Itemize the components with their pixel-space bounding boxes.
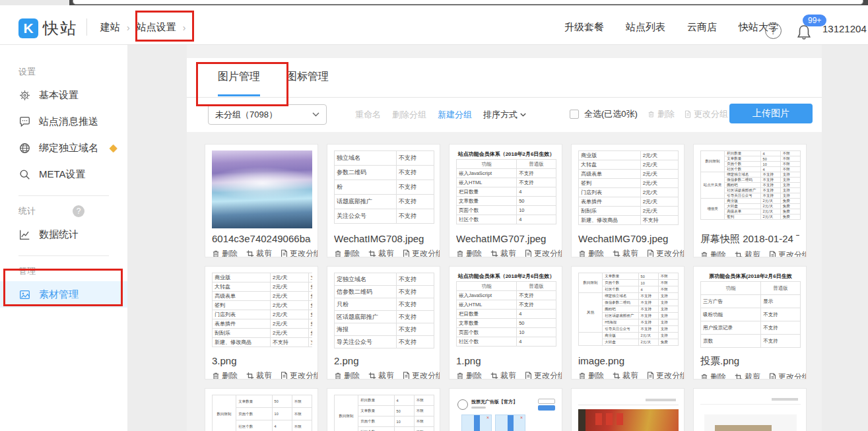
crop-icon (368, 249, 376, 257)
account-phone-number[interactable]: 13121204 (822, 23, 867, 34)
nav-cloud-store[interactable]: 云商店 (687, 21, 717, 34)
card-crop-button[interactable]: 裁剪 (735, 372, 760, 380)
card-change-group-button[interactable]: 更改分组 (281, 248, 318, 257)
sidebar-item-基本设置[interactable]: 基本设置 (0, 82, 127, 108)
tab-icon-management[interactable]: 图标管理 (286, 70, 329, 84)
image-card[interactable]: 定独立域名不支持信参数二维码不支持只粉不支持区话题底部推广不支持海报不支持导关注… (327, 266, 440, 380)
card-delete-button[interactable]: 删除 (578, 370, 604, 380)
tab-image-management[interactable]: 图片管理 (218, 70, 260, 84)
image-card[interactable]: 数目限制栏目数量4不限文章数量50不限页面个数10不限社区个数4不限站点开关类绑… (693, 144, 807, 257)
card-action-label: 删除 (588, 370, 604, 380)
card-change-group-button[interactable]: 更改分组 (647, 248, 684, 257)
sidebar-item-数据统计[interactable]: 数据统计 (0, 221, 127, 248)
nav-upgrade-plan[interactable]: 升级套餐 (564, 21, 604, 34)
globe-icon (19, 143, 30, 154)
card-crop-button[interactable]: 裁剪 (368, 248, 394, 257)
delete-group-button[interactable]: 删除分组 (392, 109, 426, 121)
kuaizhan-logo[interactable]: K 快站 (18, 18, 77, 39)
upload-image-button[interactable]: 上传图片 (729, 104, 813, 123)
card-delete-button[interactable]: 删除 (700, 249, 726, 257)
card-crop-button[interactable]: 裁剪 (368, 370, 394, 380)
card-thumbnail[interactable]: 商业版2元/天大转盘2元/天高级表单2元/天签到2元/天门店列表2元/天表单插件… (578, 150, 679, 228)
header-nav: 升级套餐 站点列表 云商店 快站大学 (564, 21, 778, 34)
chart-icon (19, 229, 30, 240)
image-card[interactable]: 进 (693, 388, 807, 431)
card-delete-button[interactable]: 删除 (456, 248, 482, 257)
card-thumbnail[interactable] (212, 150, 312, 228)
card-thumbnail[interactable]: 站点功能会员体系（2018年2月6日生效）功能普通版嵌入JavaScript不支… (456, 150, 556, 228)
sort-dropdown[interactable]: 排序方式 (483, 109, 526, 121)
card-action-label: 更改分组 (656, 370, 684, 380)
card-thumbnail[interactable]: 站点功能会员体系（2018年2月6日生效）功能普通版嵌入JavaScript不支… (456, 273, 556, 350)
new-group-button[interactable]: 新建分组 (438, 109, 472, 121)
card-change-group-button[interactable]: 更改分组 (647, 370, 684, 380)
sidebar-item-META设置[interactable]: META设置 (0, 161, 127, 187)
card-change-group-button[interactable]: 更改分组 (525, 248, 562, 257)
help-icon[interactable]: ? (765, 22, 782, 39)
chevron-down-icon (520, 113, 526, 117)
card-crop-button[interactable]: 裁剪 (246, 370, 272, 380)
card-thumbnail[interactable]: 商业版2元/天支大转盘2元/天免高级表单2元/天免签到2元/天免门店列表2元/天… (212, 273, 312, 350)
card-change-group-button[interactable]: 更改分组 (769, 372, 807, 380)
card-crop-button[interactable]: 裁剪 (613, 370, 638, 380)
card-delete-button[interactable]: 删除 (334, 248, 360, 257)
help-icon[interactable]: ? (73, 205, 84, 217)
image-card[interactable]: 数目限制栏目数量4不限文章数量50不限页面个数10不限社区个数4不限绑定独立域名… (327, 388, 440, 431)
card-delete-button[interactable]: 删除 (212, 248, 238, 257)
card-thumbnail[interactable]: 数目限制栏目数量4不限文章数量50不限页面个数10不限社区个数4不限绑定独立域名… (334, 395, 434, 431)
card-delete-button[interactable]: 删除 (578, 248, 604, 257)
card-thumbnail[interactable]: 数目限制文章数量50不限页面个数10不限社区个数4不限绑定独立域名不支持支持微信… (212, 395, 312, 431)
image-card[interactable]: 6014c3e740249066ba41删除裁剪更改分组 (205, 144, 318, 257)
sidebar-item-素材管理[interactable]: 素材管理 (0, 281, 127, 308)
card-delete-button[interactable]: 删除 (456, 370, 482, 380)
card-thumbnail[interactable]: 票功能会员体系(2018年2月6日生效功能普通版三方广告显示吸粉功能不支持用户投… (700, 273, 801, 350)
card-change-group-button[interactable]: 更改分组 (403, 370, 440, 380)
card-change-group-button[interactable]: 更改分组 (769, 249, 807, 257)
card-thumbnail[interactable]: 定独立域名不支持信参数二维码不支持只粉不支持区话题底部推广不支持海报不支持导关注… (334, 273, 434, 350)
image-card[interactable]: 数目限制文章数量50不限页面个数10不限社区个数4不限绑定独立域名不支持支持微信… (205, 388, 318, 431)
image-card[interactable]: 站点功能会员体系（2018年2月6日生效）功能普通版嵌入JavaScript不支… (449, 266, 562, 380)
card-delete-button[interactable]: 删除 (700, 372, 726, 380)
sidebar-item-绑定独立域名[interactable]: 绑定独立域名◆ (0, 135, 127, 161)
card-delete-button[interactable]: 删除 (334, 370, 360, 380)
card-thumbnail[interactable]: 独立域名不支持参数二维码不支持粉不支持话题底部推广不支持关注公众号不支持 (334, 150, 434, 228)
bulk-delete-button[interactable]: 删除 (648, 108, 675, 120)
image-card[interactable]: 站点功能会员体系（2018年2月6日生效）功能普通版嵌入JavaScript不支… (449, 144, 562, 257)
image-card[interactable]: 商业版2元/天大转盘2元/天高级表单2元/天签到2元/天门店列表2元/天表单插件… (571, 144, 684, 257)
comment-icon (19, 116, 30, 127)
bulk-change-group-button[interactable]: 更改分组 (684, 108, 728, 120)
breadcrumb-site-settings[interactable]: 站点设置 (137, 21, 176, 34)
card-crop-button[interactable]: 裁剪 (246, 248, 272, 257)
image-card[interactable]: 票功能会员体系(2018年2月6日生效功能普通版三方广告显示吸粉功能不支持用户投… (693, 266, 807, 380)
card-thumbnail[interactable]: 数目限制文章数量50不限页面个数10不限社区个数4不限其他绑定独立域名不支持支持… (578, 273, 679, 350)
card-change-group-button[interactable]: 更改分组 (525, 370, 562, 380)
document-icon (647, 372, 654, 380)
card-thumbnail[interactable] (578, 395, 679, 431)
image-card[interactable]: 独立域名不支持参数二维码不支持粉不支持话题底部推广不支持关注公众号不支持Wech… (327, 144, 440, 257)
sidebar-section-title: 设置 (18, 66, 127, 78)
card-thumbnail[interactable]: 数目限制栏目数量4不限文章数量50不限页面个数10不限社区个数4不限站点开关类绑… (700, 150, 801, 228)
image-card[interactable]: 投票无广告版【官方】 (449, 388, 562, 431)
rename-group-button[interactable]: 重命名 (355, 109, 381, 121)
card-actions: 删除裁剪更改分组 (456, 248, 555, 257)
select-all-checkbox[interactable] (570, 110, 579, 119)
card-thumbnail[interactable]: 进 (700, 395, 801, 431)
card-change-group-button[interactable]: 更改分组 (281, 370, 318, 380)
nav-site-list[interactable]: 站点列表 (626, 21, 665, 34)
document-icon (281, 249, 288, 257)
webpage-body: 进 (704, 414, 797, 431)
image-card[interactable]: 数目限制文章数量50不限页面个数10不限社区个数4不限其他绑定独立域名不支持支持… (571, 266, 684, 380)
image-card[interactable] (571, 388, 684, 431)
card-crop-button[interactable]: 裁剪 (490, 248, 516, 257)
card-thumbnail[interactable]: 投票无广告版【官方】 (456, 395, 556, 431)
group-select-dropdown[interactable]: 未分组（7098） (208, 104, 327, 125)
card-delete-button[interactable]: 删除 (212, 370, 238, 380)
sidebar-item-站点消息推送[interactable]: 站点消息推送 (0, 108, 127, 135)
image-card[interactable]: 商业版2元/天支大转盘2元/天免高级表单2元/天免签到2元/天免门店列表2元/天… (205, 266, 318, 380)
breadcrumb-jianzhan[interactable]: 建站 (100, 21, 120, 34)
card-crop-button[interactable]: 裁剪 (613, 248, 638, 257)
card-action-label: 裁剪 (622, 248, 638, 257)
card-change-group-button[interactable]: 更改分组 (403, 248, 440, 257)
card-crop-button[interactable]: 裁剪 (735, 249, 760, 257)
card-crop-button[interactable]: 裁剪 (490, 370, 516, 380)
